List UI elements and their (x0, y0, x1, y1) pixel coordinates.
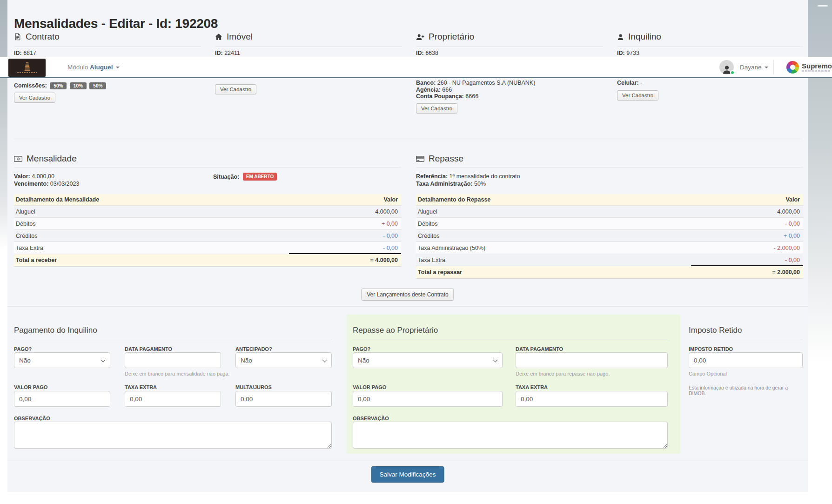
contrato-divider (14, 46, 201, 47)
repasse-observacao-textarea[interactable] (353, 422, 668, 449)
backdrop-strip-left (0, 0, 7, 249)
table-row: Taxa Extra- 0,00 (416, 254, 803, 266)
observacao-textarea[interactable] (14, 422, 332, 449)
pago-label: PAGO? (14, 346, 32, 352)
pago-select[interactable]: Não (14, 352, 110, 368)
brand-name: Supremo (802, 63, 832, 69)
imposto-retido-label: IMPOSTO RETIDO (689, 346, 733, 352)
mensalidade-divider (14, 167, 401, 168)
comissao-badge: 10% (70, 82, 87, 89)
taxa-extra-input[interactable] (125, 391, 221, 407)
section-divider (14, 139, 803, 139)
inquilino-ver-cadastro-button[interactable]: Ver Cadastro (617, 90, 658, 101)
mensalidade-valor: Valor: 4.000,00 (14, 173, 54, 180)
table-row: Aluguel4.000,00 (14, 206, 401, 218)
user-menu[interactable]: Dayane (740, 57, 768, 78)
proprietario-ver-cadastro-button[interactable]: Ver Cadastro (416, 103, 457, 114)
dimob-note: Esta informação é utlizada na hora de ge… (689, 385, 805, 396)
salvar-modificacoes-button[interactable]: Salvar Modificações (371, 466, 444, 483)
inquilino-divider (617, 46, 803, 47)
multa-juros-label: MULTA/JUROS (235, 384, 272, 390)
data-pagamento-help: Deixe em branco para mensalidade não pag… (125, 371, 230, 376)
table-header-row: Detalhamento da MensalidadeValor (14, 194, 401, 206)
footer-divider (7, 461, 808, 461)
contrato-ver-cadastro-button[interactable]: Ver Cadastro (14, 93, 55, 103)
antecipado-select[interactable]: Não (235, 352, 332, 368)
panel-divider (353, 339, 668, 339)
proprietario-divider (416, 46, 603, 47)
section-divider (7, 306, 808, 307)
table-row: Aluguel4.000,00 (416, 206, 803, 218)
repasse-valor-pago-input[interactable] (353, 391, 503, 407)
user-icon (617, 34, 624, 40)
repasse-taxa-extra-input[interactable] (516, 391, 668, 407)
top-navbar: Módulo Aluguel Dayane Supremo (0, 57, 832, 78)
module-menu[interactable]: Módulo Aluguel (67, 57, 120, 78)
valor-pago-label: VALOR PAGO (14, 384, 47, 390)
comissao-badge: 50% (89, 82, 106, 89)
imovel-id: ID: 22411 (215, 50, 240, 56)
imposto-optional-help: Campo Opcional (689, 371, 727, 376)
navbar-divider (773, 60, 774, 74)
imovel-card-heading: Imóvel (215, 32, 253, 42)
table-row: Débitos- 0,00 (416, 218, 803, 230)
panel-divider (14, 339, 332, 339)
document-icon (14, 33, 21, 40)
repasse-data-pagamento-help: Deixe em branco para repasse não pago. (516, 371, 610, 376)
company-logo-tagline (17, 72, 37, 73)
mensalidade-vencimento: Vencimento: 03/03/2023 (14, 181, 79, 187)
repasse-divider (416, 167, 803, 168)
contrato-comissoes: Comissões: 50% 10% 50% (14, 82, 106, 89)
repasse-proprietario-title: Repasse ao Proprietário (353, 326, 438, 335)
building-icon (24, 62, 30, 71)
taxa-extra-label: TAXA EXTRA (125, 384, 157, 390)
imposto-retido-title: Imposto Retido (689, 326, 742, 335)
repasse-pago-label: PAGO? (353, 346, 370, 352)
repasse-table: Detalhamento do RepasseValor Aluguel4.00… (416, 194, 803, 279)
multa-juros-input[interactable] (235, 391, 332, 407)
online-status-dot (730, 70, 735, 75)
antecipado-label: ANTECIPADO? (235, 346, 272, 352)
table-row: Débitos+ 0,00 (14, 218, 401, 230)
imovel-divider (215, 46, 402, 47)
table-row: Créditos- 0,00 (14, 230, 401, 242)
mensalidade-situacao: Situação: EM ABERTO (213, 173, 277, 181)
comissao-badge: 50% (50, 82, 67, 89)
brand-tagline (802, 70, 831, 72)
proprietario-id: ID: 6638 (416, 50, 438, 56)
inquilino-card-heading: Inquilino (617, 32, 661, 42)
repasse-pago-select[interactable]: Não (353, 352, 503, 368)
contrato-id: ID: 6817 (14, 50, 36, 56)
imposto-retido-input[interactable] (689, 352, 803, 368)
avatar[interactable] (719, 60, 734, 74)
proprietario-conta: Conta Poupança: 6666 (416, 93, 478, 100)
ver-lancamentos-button[interactable]: Ver Lançamentos deste Contrato (361, 289, 454, 301)
repasse-observacao-label: OBSERVAÇÃO (353, 416, 389, 421)
chevron-down-icon (765, 67, 768, 68)
contrato-card-heading: Contrato (14, 32, 60, 42)
table-row: Taxa Administração (50%)- 2.000,00 (416, 242, 803, 254)
data-pagamento-input[interactable] (125, 352, 221, 368)
company-logo[interactable] (8, 59, 46, 77)
repasse-data-pagamento-label: DATA PAGAMENTO (516, 346, 563, 352)
proprietario-card-heading: Proprietário (416, 32, 474, 42)
repasse-referencia: Referência: 1ª mensalidade do contrato (416, 173, 520, 180)
imovel-ver-cadastro-button[interactable]: Ver Cadastro (215, 84, 256, 94)
page-title: Mensalidades - Editar - Id: 192208 (14, 16, 218, 31)
proprietario-agencia: Agência: 666 (416, 87, 452, 93)
table-total-row: Total a receber= 4.000,00 (14, 254, 401, 267)
home-icon (215, 33, 222, 40)
chevron-down-icon (116, 67, 120, 68)
table-header-row: Detalhamento do RepasseValor (416, 194, 803, 206)
table-total-row: Total a repassar= 2.000,00 (416, 266, 803, 279)
observacao-label: OBSERVAÇÃO (14, 416, 50, 421)
status-badge: EM ABERTO (243, 173, 277, 181)
backdrop-strip-right (808, 0, 832, 363)
repasse-taxa-adm: Taxa Administração: 50% (416, 181, 486, 187)
brand-logo: Supremo (786, 61, 832, 74)
valor-pago-input[interactable] (14, 391, 110, 407)
credit-card-icon (416, 156, 424, 162)
repasse-data-pagamento-input[interactable] (516, 352, 668, 368)
pagamento-inquilino-title: Pagamento do Inquilino (14, 326, 97, 335)
repasse-heading: Repasse (416, 154, 463, 164)
